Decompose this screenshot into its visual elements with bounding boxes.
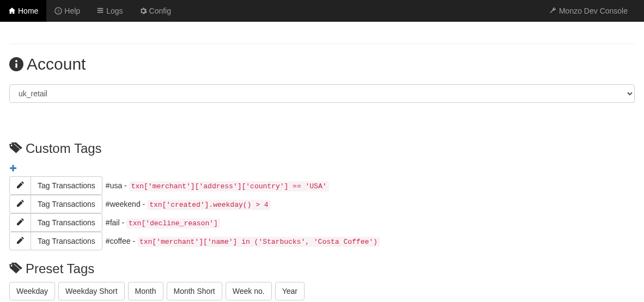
svg-point-11 — [11, 265, 13, 267]
tag-expression: #usa - txn['merchant']['address']['count… — [106, 181, 329, 190]
tag-code: txn['decline_reason'] — [126, 218, 220, 229]
preset-tags-list: Weekday Weekday Short Month Month Short … — [9, 282, 635, 300]
info-icon — [9, 57, 23, 71]
svg-rect-6 — [15, 63, 17, 67]
svg-rect-4 — [98, 12, 104, 13]
tag-row-buttons: Tag Transactions — [9, 213, 102, 232]
tags-icon — [9, 261, 25, 276]
pencil-icon — [17, 200, 24, 208]
navbar-left: Home ? Help Logs Config — [0, 0, 179, 22]
navbar-right: Monzo Dev Console — [541, 0, 644, 22]
tag-transactions-button[interactable]: Tag Transactions — [31, 213, 102, 232]
account-heading-text: Account — [27, 55, 86, 73]
svg-rect-3 — [98, 10, 104, 11]
list-icon — [96, 7, 104, 15]
svg-rect-10 — [10, 168, 16, 169]
preset-tag-button[interactable]: Weekday Short — [58, 282, 124, 300]
preset-tag-button[interactable]: Year — [275, 282, 305, 300]
tag-row: Tag Transactions #fail - txn['decline_re… — [9, 213, 635, 232]
tag-row: Tag Transactions #coffee - txn['merchant… — [9, 232, 635, 250]
tag-transactions-button[interactable]: Tag Transactions — [31, 195, 102, 213]
nav-home[interactable]: Home — [0, 0, 46, 22]
preset-tag-button[interactable]: Month Short — [167, 282, 222, 300]
home-icon — [8, 7, 16, 15]
tag-row: Tag Transactions #usa - txn['merchant'][… — [9, 176, 635, 195]
nav-help-label: Help — [64, 7, 80, 15]
svg-rect-2 — [98, 8, 104, 9]
tag-expression: #weekend - txn['created'].weekday() > 4 — [106, 200, 271, 209]
divider — [9, 44, 635, 44]
account-select[interactable]: uk_retail — [9, 84, 635, 103]
nav-logs-label: Logs — [106, 7, 123, 15]
preset-tag-button[interactable]: Month — [128, 282, 163, 300]
tag-expression: #coffee - txn['merchant']['name'] in ('S… — [106, 237, 380, 246]
pencil-icon — [17, 218, 24, 227]
tag-transactions-button[interactable]: Tag Transactions — [31, 176, 102, 195]
nav-config[interactable]: Config — [131, 0, 179, 22]
tag-transactions-button[interactable]: Tag Transactions — [31, 232, 102, 250]
wrench-icon — [549, 7, 557, 15]
preset-tag-button[interactable]: Weekday — [9, 282, 55, 300]
pencil-icon — [17, 237, 24, 245]
pencil-icon — [17, 181, 24, 190]
custom-tags-heading-text: Custom Tags — [26, 141, 102, 156]
nav-config-label: Config — [149, 7, 171, 15]
tag-row-buttons: Tag Transactions — [9, 232, 102, 250]
edit-tag-button[interactable] — [9, 213, 31, 232]
nav-home-label: Home — [18, 7, 38, 15]
preset-tags-heading: Preset Tags — [9, 261, 635, 276]
edit-tag-button[interactable] — [9, 176, 31, 195]
svg-text:?: ? — [57, 9, 60, 14]
navbar: Home ? Help Logs Config Monzo Dev Consol… — [0, 0, 644, 22]
tag-code: txn['created'].weekday() > 4 — [147, 200, 270, 210]
nav-logs[interactable]: Logs — [88, 0, 131, 22]
svg-point-8 — [11, 145, 13, 146]
main-container: Account uk_retail Custom Tags Tag Transa… — [0, 44, 644, 300]
nav-help[interactable]: ? Help — [46, 0, 88, 22]
tag-code: txn['merchant']['name'] in ('Starbucks',… — [137, 237, 380, 247]
custom-tags-list: Tag Transactions #usa - txn['merchant'][… — [9, 176, 635, 250]
nav-brand-label: Monzo Dev Console — [559, 7, 628, 15]
tag-row-buttons: Tag Transactions — [9, 176, 102, 195]
preset-tag-button[interactable]: Week no. — [226, 282, 272, 300]
tag-code: txn['merchant']['address']['country'] ==… — [129, 181, 329, 192]
tag-row: Tag Transactions #weekend - txn['created… — [9, 195, 635, 213]
add-tag-button[interactable] — [9, 164, 17, 174]
custom-tags-heading: Custom Tags — [9, 141, 635, 156]
tag-expression: #fail - txn['decline_reason'] — [106, 218, 220, 227]
svg-point-7 — [15, 60, 17, 62]
preset-tags-heading-text: Preset Tags — [26, 261, 94, 276]
edit-tag-button[interactable] — [9, 195, 31, 213]
tags-icon — [9, 141, 25, 156]
edit-tag-button[interactable] — [9, 232, 31, 250]
nav-brand[interactable]: Monzo Dev Console — [541, 0, 636, 22]
question-icon: ? — [54, 7, 62, 15]
account-heading: Account — [9, 55, 635, 73]
tag-row-buttons: Tag Transactions — [9, 195, 102, 213]
gear-icon — [139, 7, 147, 15]
